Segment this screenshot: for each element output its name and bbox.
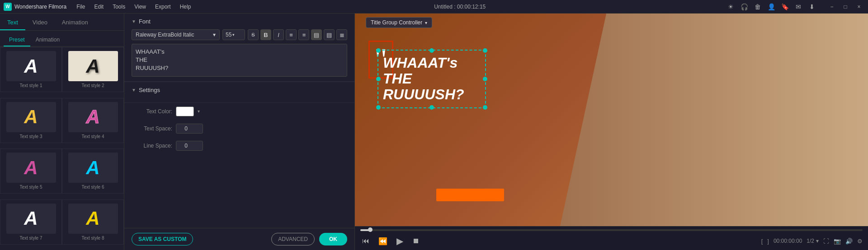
style-item-4[interactable]: A Text style 4 [62,98,124,143]
style-preview-7: A [24,208,38,229]
style-canvas-3: A [6,102,56,132]
style-label-4: Text style 4 [81,134,104,139]
line-space-input[interactable] [176,141,203,151]
playback-right-controls: [ ] 00:00:00:00 1/2 ▾ ⛶ 📷 🔊 ⚙ [761,238,863,245]
color-dropdown-arrow-icon[interactable]: ▾ [198,109,200,114]
font-size-input[interactable]: 55 ▾ [222,29,245,40]
align-justify-btn[interactable]: ▤ [324,29,335,40]
style-label-2: Text style 2 [81,83,104,88]
style-item-2[interactable]: A Text style 2 [62,47,124,92]
progress-bar[interactable] [360,229,863,231]
text-color-label: Text Color: [132,108,172,115]
menu-file[interactable]: File [73,3,89,11]
headphone-icon[interactable]: 🎧 [739,1,750,12]
text-content-area[interactable]: WHAAAT's THE RUUUUSH? [132,44,347,77]
align-center-btn[interactable]: ≡ [298,29,309,40]
tab-text[interactable]: Text [0,15,25,30]
logo-icon: W [4,3,12,11]
handle-top-left[interactable] [376,48,381,53]
style-canvas-2: A [68,51,118,81]
bookmark-icon[interactable]: 🔖 [779,1,790,12]
handle-bottom-right[interactable] [483,105,487,110]
settings-icon[interactable]: ⚙ [857,238,863,245]
style-item-3[interactable]: A Text style 3 [0,98,62,143]
handle-bottom-mid[interactable] [429,105,434,110]
style-item-8[interactable]: A Text style 8 [62,199,124,245]
handle-mid-right[interactable] [483,77,487,81]
volume-icon[interactable]: 🔊 [845,238,853,245]
tab-video[interactable]: Video [25,15,55,30]
mark-in-icon[interactable]: [ [761,238,763,245]
style-preview-8: A [86,208,99,229]
tgc-text: Title Group Controller [371,19,422,26]
fullscreen-icon[interactable]: ⛶ [823,238,829,245]
title-group-controller-label[interactable]: Title Group Controller ▾ [366,17,432,28]
mail-icon[interactable]: ✉ [793,1,804,12]
style-item-6[interactable]: A Text style 6 [62,148,124,194]
menu-edit[interactable]: Edit [91,3,108,11]
menu-tools[interactable]: Tools [109,3,129,11]
style-canvas-1: A [6,51,56,81]
progress-thumb[interactable] [368,227,373,232]
ok-button[interactable]: OK [319,233,347,245]
maximize-button[interactable]: □ [840,1,851,12]
more-align-btn[interactable]: ≣ [336,29,347,40]
trash-icon[interactable]: 🗑 [752,1,763,12]
settings-arrow-icon: ▼ [132,88,136,93]
close-button[interactable]: × [854,1,864,12]
save-as-custom-button[interactable]: SAVE AS CUSTOM [132,233,193,245]
italic-btn[interactable]: I [273,29,284,40]
handle-top-mid[interactable] [429,48,434,53]
handle-top-right[interactable] [483,48,487,53]
skip-back-button[interactable]: ⏮ [360,236,371,246]
font-select-dropdown[interactable]: Raleway ExtraBold Italic ▾ [132,29,220,40]
align-right-btn[interactable]: ▤ [311,29,322,40]
font-name-display: Raleway ExtraBold Italic [136,32,194,38]
style-canvas-4: A [68,102,118,132]
minimize-button[interactable]: − [826,1,837,12]
text-overlay-box[interactable]: WHAAAT's THE RUUUUSH? [377,50,486,108]
overlay-line1: WHAAAT's [383,55,481,71]
style-canvas-5: A [6,153,56,183]
menu-view[interactable]: View [131,3,150,11]
preview-area: Title Group Controller ▾ " WHAAAT [355,14,868,226]
mark-out-icon[interactable]: ] [767,238,769,245]
text-color-swatch[interactable] [176,106,194,116]
style-item-5[interactable]: A Text style 5 [0,148,62,194]
bold-btn[interactable]: B [260,29,271,40]
menu-help[interactable]: Help [176,3,195,11]
text-space-input[interactable] [176,124,203,134]
align-left-btn[interactable]: ≡ [286,29,297,40]
strikethrough-btn[interactable]: S [248,29,259,40]
overlay-text-content: WHAAAT's THE RUUUUSH? [383,55,481,103]
page-dropdown-icon[interactable]: ▾ [816,238,819,244]
style-preview-2: A [86,56,99,77]
style-label-6: Text style 6 [81,185,104,190]
stop-button[interactable]: ⏹ [410,236,421,246]
handle-mid-left[interactable] [376,77,381,81]
subtab-animation[interactable]: Animation [30,34,65,46]
font-section-header[interactable]: ▼ Font [132,18,347,25]
screenshot-icon[interactable]: 📷 [834,238,841,245]
font-select-arrow-icon: ▾ [213,32,216,38]
download-icon[interactable]: ⬇ [807,1,817,12]
window-title: Untitled : 00:00:12:15 [196,4,723,10]
orange-bar-decoration [436,189,504,201]
sun-icon[interactable]: ☀ [725,1,736,12]
user-icon[interactable]: 👤 [766,1,777,12]
format-buttons: S B I ≡ ≡ ▤ ▤ ≣ [248,29,347,40]
step-back-button[interactable]: ⏪ [377,236,389,246]
font-section-label: Font [139,18,151,25]
style-label-8: Text style 8 [81,236,104,241]
preview-background: Title Group Controller ▾ " WHAAAT [355,14,868,226]
settings-section-header[interactable]: ▼ Settings [132,87,347,93]
tab-animation[interactable]: Animation [55,15,95,30]
advanced-button[interactable]: ADVANCED [271,233,315,245]
subtab-preset[interactable]: Preset [4,34,30,46]
topbar-icons: ☀ 🎧 🗑 👤 🔖 ✉ ⬇ [725,1,817,12]
handle-bottom-left[interactable] [376,105,381,110]
style-item-1[interactable]: A Text style 1 [0,47,62,92]
menu-export[interactable]: Export [151,3,175,11]
style-item-7[interactable]: A Text style 7 [0,199,62,245]
play-button[interactable]: ▶ [395,235,405,247]
